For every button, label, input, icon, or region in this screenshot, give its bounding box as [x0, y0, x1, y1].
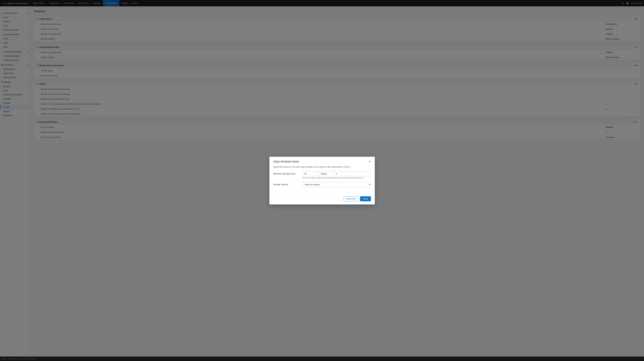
storage-cleanup-label: Storage cleanup: [273, 183, 299, 186]
storage-cleanup-select[interactable]: Mark as expired Delete: [302, 182, 371, 187]
max-storage-lease-group: Maximum storage lease: Day(s) Hour(s) Ne…: [273, 171, 371, 179]
max-storage-input[interactable]: [303, 172, 319, 176]
discard-button[interactable]: DISCARD: [344, 196, 358, 201]
modal-body: Specify the maximum time that vApp templ…: [270, 166, 375, 194]
storage-cleanup-row: Storage cleanup Mark as expired Delete: [273, 182, 371, 187]
max-storage-row: Maximum storage lease: Day(s) Hour(s) Ne…: [273, 171, 371, 179]
modal-overlay: vApp template lease ✕ Specify the maximu…: [0, 0, 644, 361]
storage-cleanup-group: Storage cleanup Mark as expired Delete: [273, 182, 371, 187]
max-storage-hint: How long vApp templates are available be…: [302, 177, 371, 179]
save-button[interactable]: SAVE: [360, 196, 371, 201]
max-storage-lease-label: Maximum storage lease:: [273, 172, 299, 175]
max-storage-input-group: Day(s) Hour(s) Never expires: [302, 171, 371, 176]
max-storage-unit-select[interactable]: Day(s) Hour(s) Never expires: [319, 172, 338, 176]
vapp-template-lease-modal: vApp template lease ✕ Specify the maximu…: [270, 157, 375, 204]
max-storage-label-col: Maximum storage lease:: [273, 171, 299, 176]
modal-header: vApp template lease ✕: [270, 157, 375, 166]
storage-cleanup-label-col: Storage cleanup: [273, 182, 299, 186]
modal-title: vApp template lease: [273, 160, 299, 163]
storage-cleanup-control-col: Mark as expired Delete: [302, 182, 371, 187]
max-storage-control-col: Day(s) Hour(s) Never expires How long vA…: [302, 171, 371, 179]
modal-footer: DISCARD SAVE: [270, 194, 375, 204]
modal-close-button[interactable]: ✕: [368, 160, 371, 163]
modal-description: Specify the maximum time that vApp templ…: [273, 166, 371, 168]
